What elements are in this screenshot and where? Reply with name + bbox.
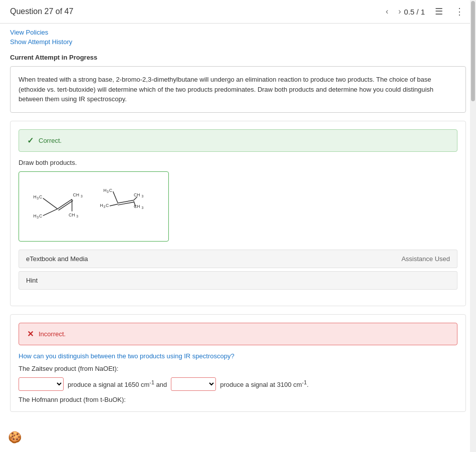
correct-banner: ✓ Correct. xyxy=(19,129,457,152)
svg-text:H: H xyxy=(103,188,106,193)
assistance-used-label: Assistance Used xyxy=(401,255,450,263)
show-attempt-history-link[interactable]: Show Attempt History xyxy=(10,38,466,46)
scrollbar[interactable] xyxy=(470,0,476,452)
etextbook-label: eTextbook and Media xyxy=(26,255,88,263)
svg-text:3: 3 xyxy=(76,214,78,218)
svg-line-9 xyxy=(43,208,58,215)
molecule-drawing-box: H 3 C H 3 C CH 3 CH 3 H 3 C xyxy=(19,171,169,242)
zaitsev-label: The Zaitsev product (from NaOEt): xyxy=(19,365,457,372)
svg-text:H: H xyxy=(34,194,37,199)
more-icon-button[interactable]: ⋮ xyxy=(453,5,466,18)
etextbook-media-row: eTextbook and Media Assistance Used xyxy=(19,250,457,268)
scrollbar-thumb[interactable] xyxy=(471,1,475,101)
signal-1650-text: produce a signal at 1650 cm-1 and xyxy=(68,379,167,388)
correct-section: ✓ Correct. Draw both products. H 3 C H 3… xyxy=(10,121,466,306)
question-text-box: When treated with a strong base, 2-bromo… xyxy=(10,66,466,113)
svg-text:C: C xyxy=(39,213,42,218)
next-arrow-button[interactable]: › xyxy=(395,6,404,17)
incorrect-text: Incorrect. xyxy=(39,330,66,338)
nav-arrows: ‹ › xyxy=(383,6,404,17)
incorrect-banner: ✕ Incorrect. xyxy=(19,323,457,345)
hint-row: Hint xyxy=(19,271,457,290)
svg-text:3: 3 xyxy=(141,194,143,197)
svg-text:CH: CH xyxy=(73,192,80,197)
list-icon-button[interactable]: ☰ xyxy=(433,5,445,18)
question-text: When treated with a strong base, 2-bromo… xyxy=(19,76,433,103)
svg-line-0 xyxy=(58,199,72,208)
hint-label: Hint xyxy=(26,277,38,284)
svg-text:3: 3 xyxy=(107,190,109,193)
links-area: View Policies Show Attempt History xyxy=(0,24,476,50)
svg-line-1 xyxy=(59,200,73,210)
cookie-icon-button[interactable]: 🍪 xyxy=(8,431,22,444)
dropdown-signal-1650[interactable]: will will not xyxy=(19,377,64,391)
svg-text:CH: CH xyxy=(69,212,75,217)
main-content: When treated with a strong base, 2-bromo… xyxy=(0,66,476,412)
correct-text: Correct. xyxy=(39,137,62,144)
svg-text:3: 3 xyxy=(37,196,39,199)
check-icon: ✓ xyxy=(27,136,34,145)
svg-text:C: C xyxy=(39,194,42,199)
svg-text:H: H xyxy=(100,202,103,207)
signal-3100-text: produce a signal at 3100 cm-1. xyxy=(220,379,309,388)
svg-text:3: 3 xyxy=(103,204,105,208)
svg-text:C: C xyxy=(109,188,112,193)
view-policies-link[interactable]: View Policies xyxy=(10,29,466,36)
svg-text:3: 3 xyxy=(141,205,143,209)
svg-line-5 xyxy=(43,198,58,208)
incorrect-section: ✕ Incorrect. How can you distinguish bet… xyxy=(10,314,466,412)
distinguish-question: How can you distinguish between the two … xyxy=(19,352,457,360)
prev-arrow-button[interactable]: ‹ xyxy=(383,6,391,17)
svg-line-18 xyxy=(113,191,118,203)
molecule-svg: H 3 C H 3 C CH 3 CH 3 H 3 C xyxy=(27,180,160,233)
header: Question 27 of 47 ‹ › 0.5 / 1 ☰ ⋮ xyxy=(0,0,476,24)
current-attempt-label: Current Attempt in Progress xyxy=(0,50,476,66)
score-display: 0.5 / 1 xyxy=(404,8,425,16)
svg-text:3: 3 xyxy=(81,194,83,197)
hofmann-label: The Hofmann product (from t-BuOK): xyxy=(19,396,457,403)
zaitsev-form-row: will will not produce a signal at 1650 c… xyxy=(19,377,457,391)
question-label: Question 27 of 47 xyxy=(10,7,377,16)
svg-line-24 xyxy=(110,204,118,206)
x-icon: ✕ xyxy=(27,329,34,339)
score-area: 0.5 / 1 ☰ ⋮ xyxy=(404,5,466,18)
svg-text:C: C xyxy=(106,202,109,207)
svg-text:3: 3 xyxy=(37,215,39,219)
svg-text:H: H xyxy=(34,213,37,218)
draw-products-label: Draw both products. xyxy=(19,159,457,166)
dropdown-signal-3100[interactable]: will will not xyxy=(171,377,216,391)
